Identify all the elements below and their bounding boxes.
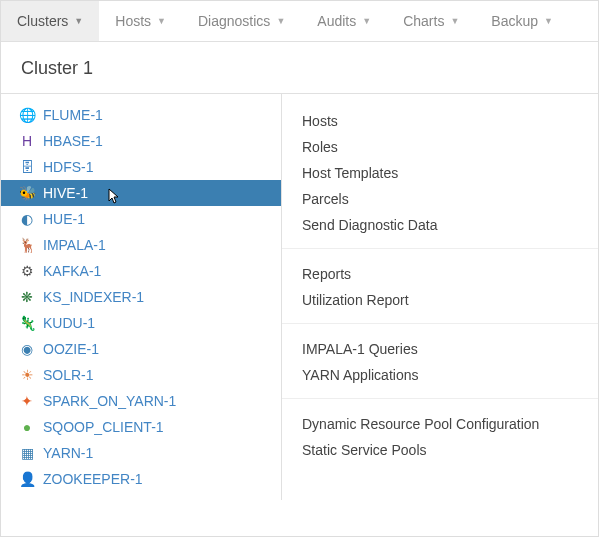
kafka-1-icon: ⚙: [19, 263, 35, 279]
nav-label: Backup: [491, 13, 538, 29]
menu-impala-1-queries[interactable]: IMPALA-1 Queries: [282, 336, 598, 362]
service-label: IMPALA-1: [43, 237, 263, 253]
content: 🌐FLUME-1HHBASE-1🗄HDFS-1🐝HIVE-1◐HUE-1🦌IMP…: [1, 94, 598, 500]
service-label: KAFKA-1: [43, 263, 263, 279]
service-sqoop_client-1[interactable]: ●SQOOP_CLIENT-1: [1, 414, 281, 440]
nav-hosts[interactable]: Hosts▼: [99, 1, 182, 41]
service-kudu-1[interactable]: 🦎KUDU-1: [1, 310, 281, 336]
caret-down-icon: ▼: [276, 16, 285, 26]
service-label: SQOOP_CLIENT-1: [43, 419, 263, 435]
menu-static-service-pools[interactable]: Static Service Pools: [282, 437, 598, 463]
sqoop_client-1-icon: ●: [19, 419, 35, 435]
service-hdfs-1[interactable]: 🗄HDFS-1: [1, 154, 281, 180]
menu-send-diagnostic-data[interactable]: Send Diagnostic Data: [282, 212, 598, 238]
solr-1-icon: ☀: [19, 367, 35, 383]
service-zookeeper-1[interactable]: 👤ZOOKEEPER-1: [1, 466, 281, 492]
service-label: HIVE-1: [43, 185, 263, 201]
menu-group: HostsRolesHost TemplatesParcelsSend Diag…: [282, 102, 598, 244]
nav-clusters[interactable]: Clusters▼: [1, 1, 99, 41]
service-label: HBASE-1: [43, 133, 263, 149]
nav-audits[interactable]: Audits▼: [301, 1, 387, 41]
service-label: SOLR-1: [43, 367, 263, 383]
hdfs-1-icon: 🗄: [19, 159, 35, 175]
hive-1-icon: 🐝: [19, 185, 35, 201]
cluster-title: Cluster 1: [1, 42, 598, 94]
nav-label: Clusters: [17, 13, 68, 29]
service-label: KUDU-1: [43, 315, 263, 331]
impala-1-icon: 🦌: [19, 237, 35, 253]
service-label: HUE-1: [43, 211, 263, 227]
nav-label: Charts: [403, 13, 444, 29]
service-yarn-1[interactable]: ▦YARN-1: [1, 440, 281, 466]
service-label: YARN-1: [43, 445, 263, 461]
menu-parcels[interactable]: Parcels: [282, 186, 598, 212]
service-label: HDFS-1: [43, 159, 263, 175]
service-label: FLUME-1: [43, 107, 263, 123]
service-solr-1[interactable]: ☀SOLR-1: [1, 362, 281, 388]
menu-reports[interactable]: Reports: [282, 261, 598, 287]
yarn-1-icon: ▦: [19, 445, 35, 461]
menu-yarn-applications[interactable]: YARN Applications: [282, 362, 598, 388]
service-label: OOZIE-1: [43, 341, 263, 357]
nav-label: Audits: [317, 13, 356, 29]
service-label: ZOOKEEPER-1: [43, 471, 263, 487]
menu-utilization-report[interactable]: Utilization Report: [282, 287, 598, 313]
menu-group: Dynamic Resource Pool ConfigurationStati…: [282, 398, 598, 469]
hbase-1-icon: H: [19, 133, 35, 149]
caret-down-icon: ▼: [544, 16, 553, 26]
hue-1-icon: ◐: [19, 211, 35, 227]
service-hue-1[interactable]: ◐HUE-1: [1, 206, 281, 232]
service-label: SPARK_ON_YARN-1: [43, 393, 263, 409]
caret-down-icon: ▼: [450, 16, 459, 26]
top-nav: Clusters▼Hosts▼Diagnostics▼Audits▼Charts…: [1, 1, 598, 42]
zookeeper-1-icon: 👤: [19, 471, 35, 487]
service-ks_indexer-1[interactable]: ❋KS_INDEXER-1: [1, 284, 281, 310]
flume-1-icon: 🌐: [19, 107, 35, 123]
kudu-1-icon: 🦎: [19, 315, 35, 331]
menu-group: IMPALA-1 QueriesYARN Applications: [282, 323, 598, 394]
service-impala-1[interactable]: 🦌IMPALA-1: [1, 232, 281, 258]
menu-hosts[interactable]: Hosts: [282, 108, 598, 134]
service-hbase-1[interactable]: HHBASE-1: [1, 128, 281, 154]
menu-roles[interactable]: Roles: [282, 134, 598, 160]
nav-diagnostics[interactable]: Diagnostics▼: [182, 1, 301, 41]
menu-dynamic-resource-pool-configuration[interactable]: Dynamic Resource Pool Configuration: [282, 411, 598, 437]
cluster-menu: HostsRolesHost TemplatesParcelsSend Diag…: [282, 94, 598, 500]
service-label: KS_INDEXER-1: [43, 289, 263, 305]
services-list: 🌐FLUME-1HHBASE-1🗄HDFS-1🐝HIVE-1◐HUE-1🦌IMP…: [1, 94, 282, 500]
service-spark_on_yarn-1[interactable]: ✦SPARK_ON_YARN-1: [1, 388, 281, 414]
ks_indexer-1-icon: ❋: [19, 289, 35, 305]
nav-label: Diagnostics: [198, 13, 270, 29]
nav-backup[interactable]: Backup▼: [475, 1, 569, 41]
service-oozie-1[interactable]: ◉OOZIE-1: [1, 336, 281, 362]
caret-down-icon: ▼: [157, 16, 166, 26]
menu-host-templates[interactable]: Host Templates: [282, 160, 598, 186]
spark_on_yarn-1-icon: ✦: [19, 393, 35, 409]
caret-down-icon: ▼: [362, 16, 371, 26]
service-flume-1[interactable]: 🌐FLUME-1: [1, 102, 281, 128]
service-hive-1[interactable]: 🐝HIVE-1: [1, 180, 281, 206]
menu-group: ReportsUtilization Report: [282, 248, 598, 319]
oozie-1-icon: ◉: [19, 341, 35, 357]
nav-charts[interactable]: Charts▼: [387, 1, 475, 41]
service-kafka-1[interactable]: ⚙KAFKA-1: [1, 258, 281, 284]
caret-down-icon: ▼: [74, 16, 83, 26]
nav-label: Hosts: [115, 13, 151, 29]
